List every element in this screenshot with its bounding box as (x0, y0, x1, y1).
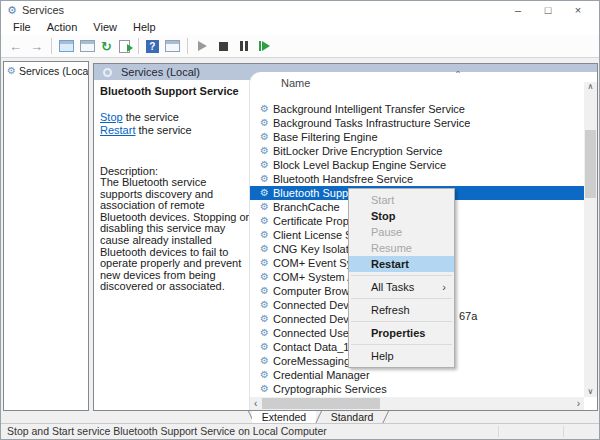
service-row[interactable]: ⚙Block Level Backup Engine Service (250, 158, 584, 172)
maximize-button[interactable]: □ (533, 1, 563, 19)
menu-help[interactable]: Help (125, 21, 164, 33)
export-list-icon[interactable] (119, 40, 130, 53)
context-menu-separator (351, 298, 452, 299)
toolbar-separator (138, 38, 139, 54)
status-bar: Stop and Start service Bluetooth Support… (1, 423, 600, 439)
toolbar: ← → ↻ ? (1, 35, 599, 58)
service-name: Cryptographic Services (273, 383, 387, 395)
services-panel: Services (Local) Bluetooth Support Servi… (93, 63, 598, 411)
service-gear-icon: ⚙ (260, 230, 269, 240)
service-name: BranchCache (273, 201, 340, 213)
console-tree-panel: ⚙ Services (Local) (3, 61, 89, 411)
services-header-icon (103, 68, 112, 77)
service-gear-icon: ⚙ (260, 132, 269, 142)
scroll-right-icon[interactable]: › (577, 397, 580, 410)
name-column-header[interactable]: Name (281, 77, 310, 89)
service-gear-icon: ⚙ (260, 216, 269, 226)
workspace: ⚙ Services (Local) Services (Local) Blue… (1, 58, 600, 411)
service-gear-icon: ⚙ (260, 146, 269, 156)
context-menu-item-restart[interactable]: Restart (349, 256, 454, 272)
scroll-left-icon[interactable]: ‹ (254, 397, 257, 410)
context-menu-separator (351, 344, 452, 345)
scroll-up-icon[interactable]: ∧ (584, 82, 597, 92)
stop-line-rest: the service (123, 111, 179, 123)
context-menu-item-all-tasks[interactable]: All Tasks› (349, 279, 454, 295)
show-console-tree-icon[interactable] (59, 40, 74, 52)
context-menu-item-pause: Pause (349, 224, 454, 240)
properties-window-icon[interactable] (80, 40, 95, 52)
minimize-button[interactable]: – (503, 1, 533, 19)
service-row[interactable]: ⚙Bluetooth Handsfree Service (250, 172, 584, 186)
service-gear-icon: ⚙ (260, 188, 269, 198)
menu-action[interactable]: Action (39, 21, 86, 33)
refresh-icon[interactable]: ↻ (101, 40, 112, 53)
title-bar: ⚙ Services – □ × (1, 1, 599, 19)
context-menu-item-help[interactable]: Help (349, 348, 454, 364)
service-gear-icon: ⚙ (260, 244, 269, 254)
status-separator (563, 426, 564, 437)
context-menu-separator (351, 275, 452, 276)
restart-service-link[interactable]: Restart (100, 124, 135, 136)
service-gear-icon: ⚙ (260, 328, 269, 338)
context-menu-item-properties[interactable]: Properties (349, 325, 454, 341)
toolbar-separator (51, 38, 52, 54)
horizontal-scroll-thumb[interactable] (262, 398, 380, 409)
vertical-scroll-thumb[interactable] (585, 130, 596, 198)
service-row[interactable]: ⚙BitLocker Drive Encryption Service (250, 144, 584, 158)
service-name: Background Intelligent Transfer Service (273, 103, 465, 115)
service-row[interactable]: ⚙Background Tasks Infrastructure Service (250, 116, 584, 130)
restart-service-icon[interactable] (259, 41, 270, 51)
horizontal-scrollbar[interactable]: ‹ › (250, 397, 584, 410)
vertical-scrollbar[interactable]: ∧ ∨ (584, 82, 597, 397)
tree-item-label: Services (Local) (19, 65, 88, 77)
app-icon: ⚙ (7, 5, 17, 16)
service-gear-icon: ⚙ (260, 370, 269, 380)
service-row[interactable]: ⚙Cryptographic Services (250, 382, 584, 396)
service-name: CoreMessaging (273, 355, 350, 367)
service-name: Block Level Backup Engine Service (273, 159, 446, 171)
service-gear-icon: ⚙ (260, 272, 269, 282)
service-gear-icon: ⚙ (260, 160, 269, 170)
context-menu-item-start: Start (349, 192, 454, 208)
service-name: Base Filtering Engine (273, 131, 378, 143)
selected-service-title: Bluetooth Support Service (100, 85, 250, 97)
toolbar-separator (187, 38, 188, 54)
service-name: BitLocker Drive Encryption Service (273, 145, 442, 157)
restart-service-line: Restart the service (100, 124, 250, 137)
service-gear-icon: ⚙ (260, 356, 269, 366)
restart-line-rest: the service (135, 124, 191, 136)
back-icon[interactable]: ← (5, 40, 26, 53)
tree-item-services-local[interactable]: ⚙ Services (Local) (4, 62, 88, 77)
sort-ascending-icon[interactable]: ˆ (456, 70, 460, 84)
forward-icon[interactable]: → (26, 40, 47, 53)
services-icon: ⚙ (7, 66, 16, 76)
service-gear-icon: ⚙ (260, 104, 269, 114)
service-row[interactable]: ⚙Base Filtering Engine (250, 130, 584, 144)
service-name: Bluetooth Handsfree Service (273, 173, 413, 185)
service-row[interactable]: ⚙Credential Manager (250, 368, 584, 382)
context-menu-item-stop[interactable]: Stop (349, 208, 454, 224)
service-row[interactable]: ⚙Background Intelligent Transfer Service (250, 102, 584, 116)
service-gear-icon: ⚙ (260, 384, 269, 394)
menu-file[interactable]: File (5, 21, 39, 33)
scroll-down-icon[interactable]: ∨ (584, 387, 597, 397)
stop-service-link[interactable]: Stop (100, 111, 123, 123)
stop-service-line: Stop the service (100, 111, 250, 124)
service-gear-icon: ⚙ (260, 342, 269, 352)
menu-bar: File Action View Help (1, 19, 599, 35)
service-gear-icon: ⚙ (260, 118, 269, 128)
service-gear-icon: ⚙ (260, 286, 269, 296)
close-button[interactable]: × (563, 1, 593, 19)
panel-header-title: Services (Local) (121, 66, 200, 78)
action-pane-icon[interactable] (165, 40, 180, 52)
service-gear-icon: ⚙ (260, 314, 269, 324)
status-text: Stop and Start service Bluetooth Support… (7, 425, 327, 437)
context-menu-item-refresh[interactable]: Refresh (349, 302, 454, 318)
start-service-icon[interactable] (198, 41, 207, 51)
pause-service-icon[interactable] (240, 41, 248, 51)
stop-service-icon[interactable] (219, 42, 228, 51)
submenu-arrow-icon: › (442, 279, 446, 295)
help-icon[interactable]: ? (146, 40, 159, 53)
menu-view[interactable]: View (85, 21, 125, 33)
context-menu: StartStopPauseResumeRestartAll Tasks›Ref… (348, 188, 455, 368)
